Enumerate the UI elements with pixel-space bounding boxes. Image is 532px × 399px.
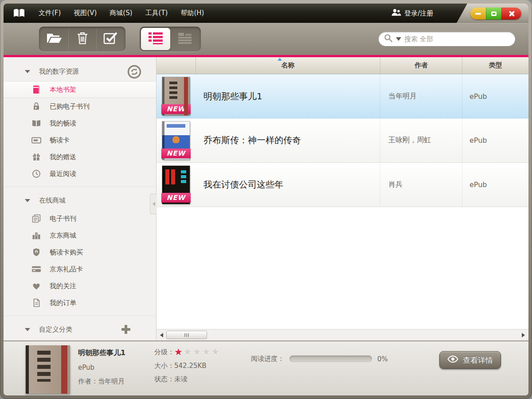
sidebar-item-label: 我的赠送	[50, 153, 76, 161]
sidebar-collapse-handle[interactable]	[150, 194, 157, 214]
login-register-link[interactable]: 登录/注册	[391, 4, 433, 23]
sidebar-item-label: 本地书架	[50, 86, 76, 94]
sidebar-item-ebook-store[interactable]: 电子书刊	[4, 210, 156, 227]
gift-icon	[31, 153, 42, 161]
delete-button[interactable]	[68, 28, 96, 50]
magazine-icon	[31, 214, 42, 223]
trash-icon	[76, 31, 89, 47]
scroll-right-arrow-icon[interactable]	[522, 333, 525, 337]
search-icon	[384, 34, 393, 44]
cover-view-icon	[177, 31, 193, 47]
book-type: ePub	[462, 118, 528, 162]
view-detail-button[interactable]: 查看详情	[439, 351, 501, 369]
sidebar-item-recent-reading[interactable]: 最近阅读	[4, 165, 156, 182]
table-row-book-2[interactable]: NEW 乔布斯传：神一样的传奇 王咏刚，周虹 ePub	[156, 118, 528, 163]
book-title: 乔布斯传：神一样的传奇	[196, 118, 380, 162]
sidebar-item-label: 畅读卡购买	[50, 248, 83, 257]
sidebar-divider	[4, 186, 156, 187]
search-input[interactable]	[404, 35, 510, 43]
menu-tools[interactable]: 工具(T)	[145, 9, 168, 17]
add-category-button[interactable]	[120, 324, 132, 337]
progress-bar	[289, 356, 372, 362]
section-online-store[interactable]: 在线商城	[4, 191, 156, 210]
horizontal-scrollbar[interactable]	[156, 329, 528, 340]
badge-shield-icon	[31, 248, 42, 257]
search-box	[379, 32, 515, 46]
minimize-button[interactable]	[470, 8, 486, 20]
lock-bag-icon	[31, 102, 42, 111]
list-view-button[interactable]	[141, 28, 170, 50]
rating-star-icon[interactable]: ★	[174, 347, 183, 357]
detail-book-format: ePub	[78, 364, 125, 372]
book-detail-panel: 明朝那些事儿1 ePub 作者：当年明月 分级： ★★★★★ 大小：542.25…	[4, 340, 528, 395]
cover-cell: NEW	[156, 118, 196, 162]
rating-star-icon[interactable]: ★	[184, 347, 192, 357]
rating-star-icon[interactable]: ★	[193, 347, 201, 357]
rating-label: 分级：	[154, 348, 174, 356]
view-mode-group	[140, 27, 201, 51]
open-book-icon	[31, 119, 42, 127]
progress-percent: 0%	[377, 355, 388, 363]
column-label: 名称	[282, 61, 295, 70]
list-view-icon	[147, 31, 164, 47]
collapse-caret-icon	[25, 70, 30, 73]
sidebar: 我的数字资源 本地书架 已购电子书刊	[4, 57, 156, 340]
rating-star-icon[interactable]: ★	[202, 347, 210, 357]
menu-store[interactable]: 商城(S)	[110, 9, 132, 17]
menu-help[interactable]: 帮助(H)	[180, 9, 204, 17]
view-detail-label: 查看详情	[463, 355, 493, 365]
window-controls	[470, 8, 521, 20]
user-icon	[391, 8, 401, 18]
detail-basic-info: 明朝那些事儿1 ePub 作者：当年明月	[78, 348, 125, 386]
new-badge: NEW	[161, 193, 191, 203]
open-folder-button[interactable]	[40, 28, 68, 50]
mall-building-icon	[31, 231, 42, 240]
sidebar-item-jd-gift-card[interactable]: 京东礼品卡	[4, 261, 156, 278]
menu-view[interactable]: 视图(V)	[74, 9, 97, 17]
sidebar-item-purchased-ebooks[interactable]: 已购电子书刊	[4, 98, 156, 115]
search-scope-dropdown-icon[interactable]	[396, 37, 401, 41]
refresh-button[interactable]	[127, 65, 141, 81]
column-header-author[interactable]: 作者	[380, 57, 462, 74]
collapse-caret-icon	[25, 328, 30, 331]
sidebar-item-my-orders[interactable]: 我的订单	[4, 294, 156, 311]
app-logo-book-icon	[12, 8, 26, 18]
orders-document-icon	[31, 298, 42, 307]
column-header-name[interactable]: 名称	[196, 57, 380, 74]
section-custom-categories[interactable]: 自定义分类	[4, 320, 156, 339]
cover-view-button[interactable]	[170, 28, 200, 50]
scroll-left-arrow-icon[interactable]	[160, 333, 163, 337]
column-label: 类型	[489, 61, 502, 70]
rating-stars: ★★★★★	[174, 348, 220, 357]
sidebar-item-my-follows[interactable]: 我的关注	[4, 278, 156, 294]
sidebar-item-my-reading[interactable]: 我的畅读	[4, 115, 156, 132]
sidebar-item-reading-card-purchase[interactable]: 畅读卡购买	[4, 244, 156, 261]
table-row-book-1[interactable]: NEW 明朝那些事儿1 当年明月 ePub	[156, 74, 528, 118]
menu-file[interactable]: 文件(F)	[39, 9, 61, 17]
maximize-icon	[491, 12, 497, 16]
sidebar-item-my-gifts[interactable]: 我的赠送	[4, 149, 156, 165]
close-button[interactable]	[501, 8, 521, 20]
rating-star-icon[interactable]: ★	[211, 347, 219, 357]
book-author: 肖兵	[380, 163, 462, 207]
maximize-button[interactable]	[486, 8, 501, 20]
select-button[interactable]	[96, 28, 124, 50]
section-my-digital-resources[interactable]: 我的数字资源	[4, 62, 156, 81]
detail-book-size: 大小：542.25KB	[154, 362, 220, 370]
column-header-type[interactable]: 类型	[462, 57, 528, 74]
book-cover-thumbnail: NEW	[162, 121, 190, 160]
sidebar-item-jd-mall[interactable]: 京东商城	[4, 227, 156, 244]
book-cover-thumbnail: NEW	[162, 166, 190, 204]
app-window: 文件(F) 视图(V) 商城(S) 工具(T) 帮助(H) 登录/注册	[0, 0, 532, 399]
sidebar-item-local-shelf[interactable]: 本地书架	[4, 81, 156, 98]
column-header-cover[interactable]	[156, 57, 196, 74]
table-row-book-3[interactable]: NEW 我在讨债公司这些年 肖兵 ePub	[156, 163, 528, 207]
detail-meta-info: 分级： ★★★★★ 大小：542.25KB 状态：未读	[154, 348, 220, 383]
table-rows: NEW 明朝那些事儿1 当年明月 ePub NEW 乔布斯传：神一样的传奇	[156, 74, 528, 329]
sidebar-item-label: 我的关注	[50, 282, 76, 290]
sidebar-item-label: 我的畅读	[50, 119, 76, 128]
sidebar-item-label: 最近阅读	[50, 170, 76, 178]
sidebar-item-reading-card[interactable]: 畅读卡	[4, 132, 156, 149]
login-register-label: 登录/注册	[404, 9, 433, 18]
scrollbar-thumb[interactable]	[166, 331, 207, 339]
